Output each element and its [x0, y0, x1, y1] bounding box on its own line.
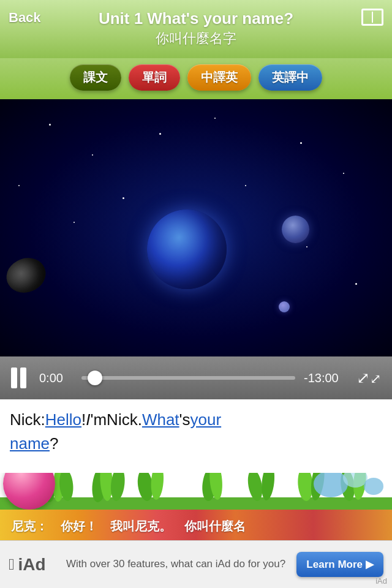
grass-svg	[0, 473, 392, 510]
star	[214, 118, 216, 119]
iad-description: With over 30 features, what can iAd do f…	[66, 557, 288, 571]
star	[245, 185, 246, 186]
pause-bar-left	[11, 368, 17, 388]
grass-decoration	[0, 473, 392, 510]
page-subtitle: 你叫什麼名字	[6, 29, 386, 48]
hello-link[interactable]: Hello	[45, 410, 81, 429]
learn-more-button[interactable]: Learn More ▶	[296, 552, 383, 577]
seek-bar[interactable]	[81, 376, 295, 380]
planet-small	[282, 216, 309, 243]
apple-icon: 	[9, 555, 15, 574]
star	[306, 246, 307, 247]
scroll-area: 尼克： 你好！ 我叫尼克。 你叫什麼名	[0, 473, 392, 543]
page-title: Unit 1 What's your name?	[6, 9, 386, 29]
svg-point-8	[150, 473, 165, 500]
time-current: 0:00	[39, 371, 73, 385]
planet-main	[147, 209, 227, 289]
iad-banner:  iAd With over 30 features, what can iA…	[0, 540, 392, 588]
video-controls: 0:00 -13:00 ⤢	[0, 356, 392, 399]
pause-bar-right	[20, 368, 26, 388]
star	[74, 222, 75, 223]
pause-button[interactable]	[11, 366, 31, 390]
scroll-item: 你叫什麼名	[179, 517, 251, 536]
nick-label: Nick:	[10, 410, 45, 429]
learn-more-arrow-icon: ▶	[366, 558, 374, 571]
iad-text: iAd	[18, 555, 46, 575]
header: Back Unit 1 What's your name? 你叫什麼名字	[0, 0, 392, 58]
star	[300, 142, 302, 144]
iad-watermark: iAd	[375, 576, 387, 586]
back-button[interactable]: Back	[9, 10, 41, 26]
transcript-area: Nick:Hello!I'mNick.What'syour name?	[0, 399, 392, 473]
scroll-item: 尼克：	[6, 517, 53, 536]
star	[159, 133, 161, 135]
video-player	[0, 99, 392, 356]
transcript-line1: Nick:Hello!I'mNick.What'syour	[10, 410, 221, 429]
i-italic: I	[86, 410, 90, 429]
tab-zh-en[interactable]: 中譯英	[187, 64, 251, 91]
fullscreen-icon: ⤢	[356, 371, 381, 386]
iad-logo:  iAd	[9, 555, 58, 575]
star	[343, 173, 344, 174]
name-link[interactable]: name	[10, 434, 50, 453]
learn-more-label: Learn More	[306, 559, 363, 571]
star	[92, 154, 93, 156]
chinese-scroll: 尼克： 你好！ 我叫尼克。 你叫什麼名	[0, 510, 392, 543]
fullscreen-button[interactable]: ⤢	[356, 369, 381, 388]
star	[355, 283, 357, 285]
star	[123, 197, 124, 199]
svg-point-19	[364, 478, 383, 495]
svg-point-12	[260, 473, 276, 501]
what-link[interactable]: What	[142, 410, 179, 429]
video-background	[0, 99, 392, 356]
tab-lesson[interactable]: 課文	[70, 64, 121, 91]
star	[49, 124, 51, 126]
book-icon[interactable]	[361, 9, 383, 26]
asteroid	[2, 253, 51, 298]
planet-dot	[279, 301, 290, 312]
scroll-item: 我叫尼克。	[105, 517, 176, 536]
star	[18, 185, 20, 186]
your-link[interactable]: your	[190, 410, 222, 429]
seek-thumb[interactable]	[88, 371, 102, 385]
scroll-item: 你好！	[56, 517, 102, 536]
tab-vocab[interactable]: 單詞	[129, 64, 180, 91]
tab-bar: 課文 單詞 中譯英 英譯中	[0, 58, 392, 99]
time-remaining: -13:00	[304, 371, 348, 385]
tab-en-zh[interactable]: 英譯中	[258, 64, 322, 91]
transcript-line2: name?	[10, 434, 59, 453]
